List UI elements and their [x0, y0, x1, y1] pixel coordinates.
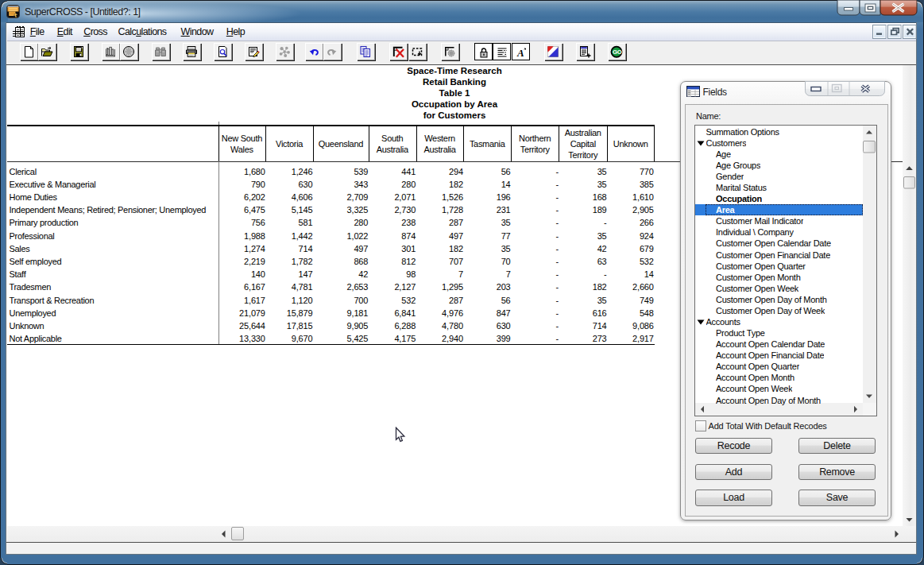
svg-text:A: A	[516, 47, 524, 59]
svg-text:GO: GO	[612, 48, 621, 56]
